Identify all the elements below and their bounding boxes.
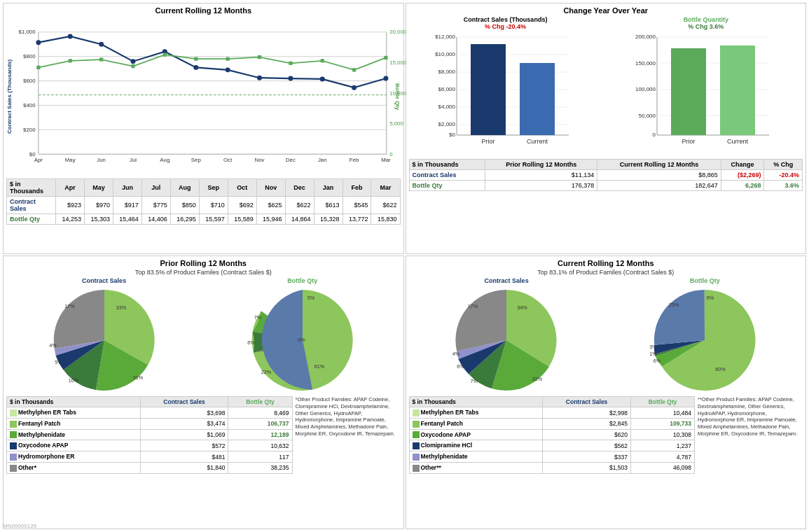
svg-text:$6,000: $6,000 [438, 86, 455, 92]
svg-text:Apr: Apr [34, 157, 43, 163]
prior-row-hydromorphone: Hydromorphone ER $481117 [7, 451, 293, 463]
bottle-qty-yoy-title: Bottle Quantity [684, 16, 729, 23]
svg-text:25%: 25% [669, 302, 679, 308]
prior-contract-sales-pie: 33% 31% 10% 5% 4% 17% [34, 284, 174, 396]
bottom-right-section: Current Rolling 12 Months Top 83.1% of P… [406, 255, 807, 529]
prior-contract-sales-pie-title: Contract Sales [82, 277, 126, 284]
current-row-clomipramine: Clomipramine HCl $5621,237 [409, 440, 695, 451]
svg-text:Current: Current [527, 138, 548, 145]
svg-text:61%: 61% [314, 363, 325, 370]
dashboard: Current Rolling 12 Months Contract Sales… [0, 0, 809, 532]
svg-rect-41 [321, 59, 324, 62]
top-right-section: Change Year Over Year Contract Sales (Th… [406, 3, 807, 254]
svg-text:0%: 0% [298, 337, 305, 343]
svg-text:100,000: 100,000 [635, 86, 656, 92]
svg-text:1%: 1% [650, 351, 658, 357]
contract-sales-bar-chart: $12,000 $10,000 $8,000 $6,000 $4,000 $2,… [436, 30, 576, 139]
svg-point-20 [36, 40, 41, 45]
svg-rect-71 [471, 44, 506, 135]
prior-row-fentanyl: Fentanyl Patch $3,474106,737 [7, 418, 293, 429]
prior-row-other: Other* $1,84038,235 [7, 462, 293, 473]
top-left-title: Current Rolling 12 Months [6, 6, 401, 15]
contract-sales-yoy-title: Contract Sales (Thousands) [464, 16, 548, 23]
top-right-title: Change Year Over Year [409, 6, 803, 15]
svg-point-25 [193, 65, 198, 70]
svg-point-28 [288, 76, 293, 81]
svg-text:$400: $400 [23, 102, 36, 108]
y-axis-right-label: Bottle Qty [394, 16, 401, 177]
svg-text:May: May [65, 157, 76, 163]
svg-text:$4,000: $4,000 [438, 104, 455, 110]
prior-row-oxycodone: Oxycodone APAP $57210,632 [7, 440, 293, 451]
svg-text:32%: 32% [532, 376, 543, 382]
bottom-left-section: Prior Rolling 12 Months Top 83.5% of Pro… [3, 255, 404, 529]
prior-legend-table: $ in Thousands Contract Sales Bottle Qty… [6, 396, 293, 474]
svg-rect-32 [36, 66, 40, 69]
line-chart: $1,000 $800 $600 $400 $200 $0 20,000 15,… [14, 16, 393, 170]
svg-text:Dec: Dec [286, 157, 296, 163]
svg-rect-35 [131, 64, 134, 68]
svg-text:Oct: Oct [223, 157, 233, 163]
watermark: MN00000129 [3, 523, 36, 529]
bottom-left-title: Prior Rolling 12 Months [6, 259, 401, 267]
svg-text:7%: 7% [254, 314, 262, 321]
y-axis-left-label: Contract Sales (Thousands) [6, 16, 13, 177]
svg-text:$12,000: $12,000 [435, 34, 455, 40]
svg-text:6%: 6% [457, 363, 464, 370]
svg-point-29 [320, 76, 325, 81]
svg-text:50,000: 50,000 [638, 113, 656, 119]
svg-point-23 [131, 59, 136, 64]
current-footnote: **Other Product Families: APAP Codeine, … [698, 396, 803, 438]
svg-text:Sep: Sep [191, 157, 202, 163]
current-legend-table: $ in Thousands Contract Sales Bottle Qty… [409, 396, 696, 474]
svg-rect-34 [99, 57, 103, 61]
yoy-summary-table: $ in Thousands Prior Rolling 12 Months C… [409, 159, 803, 191]
svg-text:$2,000: $2,000 [438, 121, 455, 127]
svg-text:Aug: Aug [160, 157, 170, 163]
svg-text:10%: 10% [68, 377, 78, 384]
svg-rect-43 [384, 56, 387, 59]
svg-text:$0: $0 [449, 132, 455, 138]
bottle-qty-bar-chart: 200,000 150,000 100,000 50,000 0 Prior [636, 30, 776, 139]
svg-rect-42 [352, 68, 356, 71]
svg-rect-36 [163, 52, 167, 56]
svg-text:$1,000: $1,000 [19, 29, 36, 35]
svg-rect-33 [69, 59, 72, 62]
current-bottle-qty-pie-title: Bottle Qty [690, 277, 720, 284]
svg-text:6%: 6% [247, 340, 255, 346]
svg-rect-72 [520, 63, 555, 135]
bottle-qty-pct-chg: % Chg 3.6% [688, 23, 724, 30]
svg-text:3%: 3% [650, 344, 658, 350]
svg-point-30 [352, 85, 357, 90]
svg-text:$10,000: $10,000 [435, 51, 455, 57]
svg-text:Mar: Mar [381, 157, 391, 163]
svg-text:5%: 5% [307, 295, 315, 302]
svg-point-22 [99, 42, 104, 47]
prior-footnote: *Other Product Families: APAP Codeine, C… [296, 396, 401, 438]
svg-text:200,000: 200,000 [635, 34, 656, 40]
svg-text:0: 0 [652, 132, 656, 138]
current-row-methylphenidate: Methylphenidate $3374,787 [409, 451, 695, 463]
prior-bottle-qty-pie: 61% 7% 6% 0% 22% 5% [233, 284, 373, 396]
current-row-methylphen: Methylphen ER Tabs $2,99810,484 [409, 407, 695, 419]
svg-rect-39 [258, 55, 261, 59]
prior-row-methylphen: Methylphen ER Tabs $3,6988,469 [7, 407, 293, 419]
top-left-section: Current Rolling 12 Months Contract Sales… [3, 3, 404, 254]
svg-rect-38 [226, 57, 230, 61]
svg-text:150,000: 150,000 [635, 60, 656, 66]
svg-point-21 [68, 34, 73, 38]
current-contract-sales-pie: 34% 32% 7% 6% 4% 17% [436, 284, 576, 396]
svg-text:Prior: Prior [682, 138, 695, 145]
svg-text:4%: 4% [452, 351, 460, 357]
svg-text:Feb: Feb [350, 157, 359, 163]
current-row-oxycodone: Oxycodone APAP $62010,308 [409, 429, 695, 440]
svg-point-27 [257, 76, 262, 80]
svg-text:22%: 22% [261, 369, 272, 375]
bottom-left-subtitle: Top 83.5% of Product Familes (Contract S… [6, 269, 401, 276]
prior-bottle-qty-pie-title: Bottle Qty [287, 277, 317, 284]
svg-text:Prior: Prior [481, 138, 495, 145]
contract-sales-pct-chg: % Chg -20.4% [485, 23, 526, 30]
svg-text:Jun: Jun [97, 157, 106, 163]
svg-rect-40 [289, 62, 292, 65]
svg-text:5%: 5% [55, 359, 62, 365]
